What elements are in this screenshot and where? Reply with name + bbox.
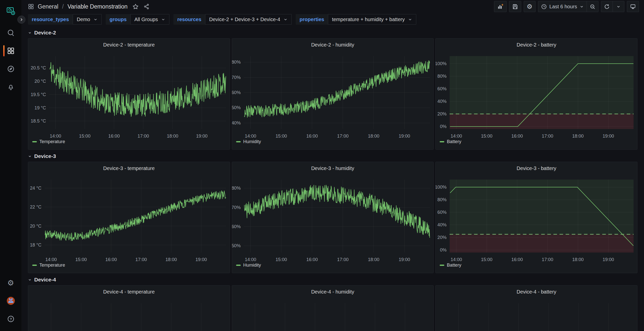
- favorite-star-button[interactable]: [132, 4, 139, 10]
- sidebar-item-profile[interactable]: [0, 295, 21, 306]
- app-logo[interactable]: [0, 6, 21, 17]
- panel-device3-temperature: Device-3 - temperature14:0015:0016:0017:…: [28, 162, 230, 273]
- sidebar-item-explore[interactable]: [0, 63, 21, 74]
- svg-text:18:00: 18:00: [165, 257, 177, 262]
- tv-mode-button[interactable]: [627, 1, 639, 12]
- svg-text:19:00: 19:00: [196, 134, 207, 139]
- dashboard-settings-button[interactable]: ⚙: [524, 1, 536, 12]
- timeseries-chart[interactable]: 14:0015:0016:0017:0018:0019:0024 °C22 °C…: [28, 175, 230, 273]
- variable-value-dropdown[interactable]: Device-2 + Device-3 + Device-4: [205, 14, 292, 25]
- sidebar-item-dashboards[interactable]: [0, 45, 21, 56]
- timeseries-chart[interactable]: 14:0015:0016:0017:0018:0019:0080%70%60%5…: [232, 175, 434, 273]
- svg-text:0%: 0%: [440, 124, 447, 129]
- refresh-icon: [604, 4, 610, 10]
- sidebar-item-alerting[interactable]: [0, 81, 21, 93]
- svg-text:22 °C: 22 °C: [30, 204, 42, 210]
- sidebar-item-help[interactable]: ?: [0, 313, 21, 324]
- refresh-button[interactable]: [601, 1, 613, 12]
- timeseries-chart[interactable]: [436, 298, 637, 331]
- sidebar-item-settings[interactable]: ⚙: [0, 277, 21, 288]
- svg-text:16:00: 16:00: [105, 257, 117, 262]
- refresh-group: [601, 1, 624, 12]
- row-header-Device-3[interactable]: Device-3: [28, 153, 56, 159]
- row-header-Device-4[interactable]: Device-4: [28, 277, 56, 283]
- save-icon: [512, 4, 518, 10]
- variable-value-dropdown[interactable]: All Groups: [130, 14, 169, 25]
- svg-text:40%: 40%: [232, 120, 241, 126]
- svg-text:16:00: 16:00: [511, 257, 523, 262]
- chevron-down-icon: [408, 17, 412, 22]
- breadcrumb-folder[interactable]: General: [38, 3, 58, 10]
- star-icon: [132, 4, 139, 10]
- dashboards-grid-icon: [7, 47, 15, 55]
- panel-title[interactable]: Device-4 - battery: [436, 285, 637, 298]
- svg-text:0%: 0%: [440, 247, 447, 253]
- variable-value-dropdown[interactable]: temperature + humidity + battery: [328, 14, 416, 25]
- template-variables-row: resource_typesDemogroupsAll Groupsresour…: [21, 12, 644, 27]
- svg-text:18:00: 18:00: [167, 134, 178, 139]
- sidebar-expand-button[interactable]: [17, 16, 25, 24]
- panel-device3-humidity: Device-3 - humidity14:0015:0016:0017:001…: [232, 162, 434, 273]
- chevron-down-icon: [93, 17, 98, 22]
- svg-text:20 °C: 20 °C: [30, 224, 42, 229]
- user-avatar: [6, 296, 15, 305]
- chevron-down-icon: [616, 5, 621, 9]
- row-header-Device-2[interactable]: Device-2: [28, 30, 56, 36]
- logo-icon: [6, 6, 16, 16]
- variable-selected-value: Demo: [77, 17, 90, 22]
- svg-text:60%: 60%: [232, 90, 241, 95]
- zoom-out-time-button[interactable]: [587, 1, 598, 12]
- svg-text:16:00: 16:00: [108, 134, 120, 139]
- variable-value-dropdown[interactable]: Demo: [73, 14, 102, 25]
- timeseries-chart[interactable]: [28, 298, 230, 331]
- timeseries-chart[interactable]: [232, 298, 434, 331]
- row-title: Device-4: [34, 277, 56, 283]
- svg-text:Temperature: Temperature: [39, 263, 65, 268]
- panel-title[interactable]: Device-3 - temperature: [28, 162, 230, 175]
- timeseries-chart[interactable]: 14:0015:0016:0017:0018:0019:0020.5 °C20 …: [28, 51, 230, 150]
- explore-compass-icon: [7, 65, 15, 73]
- svg-text:60%: 60%: [232, 224, 241, 229]
- svg-text:100%: 100%: [436, 61, 446, 66]
- svg-text:60%: 60%: [437, 86, 446, 91]
- gear-icon: ⚙: [527, 3, 533, 10]
- share-icon: [143, 4, 149, 10]
- breadcrumb: General / Variable Demonstration: [28, 3, 149, 10]
- panel-title[interactable]: Device-2 - battery: [436, 38, 637, 51]
- chevron-right-icon: [19, 18, 23, 22]
- svg-text:15:00: 15:00: [481, 134, 493, 139]
- svg-text:70%: 70%: [232, 205, 241, 210]
- time-picker-group: Last 6 hours: [538, 1, 598, 12]
- row-title: Device-3: [34, 153, 56, 159]
- panel-row: Device-2 - temperature14:0015:0016:0017:…: [28, 38, 637, 150]
- panel-title[interactable]: Device-2 - humidity: [232, 38, 434, 51]
- svg-text:17:00: 17:00: [337, 257, 348, 262]
- search-icon: [7, 29, 15, 36]
- svg-text:18:00: 18:00: [572, 134, 584, 139]
- refresh-interval-dropdown[interactable]: [613, 1, 624, 12]
- save-dashboard-button[interactable]: [509, 1, 521, 12]
- panel-title[interactable]: Device-4 - humidity: [232, 285, 434, 298]
- svg-text:19.5 °C: 19.5 °C: [31, 92, 46, 97]
- chevron-down-icon: [580, 5, 584, 9]
- time-range-picker[interactable]: Last 6 hours: [538, 1, 587, 12]
- share-button[interactable]: [143, 4, 149, 10]
- add-panel-button[interactable]: +: [494, 1, 507, 12]
- svg-text:18 °C: 18 °C: [30, 242, 42, 247]
- timeseries-chart[interactable]: 14:0015:0016:0017:0018:0019:0080%70%60%5…: [232, 51, 434, 150]
- variable-groups: groupsAll Groups: [106, 14, 169, 25]
- panel-title[interactable]: Device-3 - battery: [436, 162, 637, 175]
- row-title: Device-2: [34, 30, 56, 36]
- panel-title[interactable]: Device-4 - temperature: [28, 285, 230, 298]
- timeseries-chart[interactable]: 14:0015:0016:0017:0018:0019:00100%80%60%…: [436, 51, 637, 150]
- panel-title[interactable]: Device-3 - humidity: [232, 162, 434, 175]
- variable-resources: resourcesDevice-2 + Device-3 + Device-4: [173, 14, 292, 25]
- sidebar-item-search[interactable]: [0, 27, 21, 38]
- chevron-down-icon: [161, 17, 165, 22]
- svg-text:14:00: 14:00: [45, 257, 57, 262]
- svg-text:?: ?: [10, 317, 12, 321]
- svg-text:16:00: 16:00: [511, 134, 523, 139]
- timeseries-chart[interactable]: 14:0015:0016:0017:0018:0019:00100%80%60%…: [436, 175, 637, 273]
- svg-text:19:00: 19:00: [603, 134, 614, 139]
- panel-title[interactable]: Device-2 - temperature: [28, 38, 230, 51]
